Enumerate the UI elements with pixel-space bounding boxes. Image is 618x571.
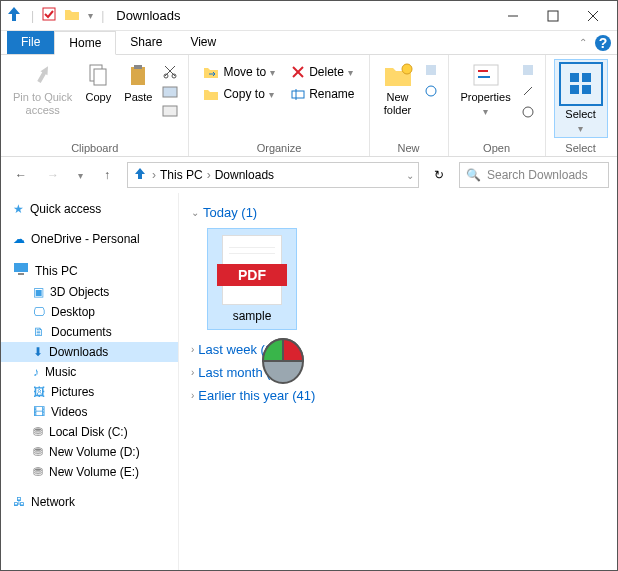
maximize-button[interactable] [533, 2, 573, 30]
downloads-bc-icon [132, 166, 148, 185]
svg-rect-7 [131, 67, 145, 85]
delete-button[interactable]: Delete▾ [287, 63, 358, 81]
sidebar-item-downloads[interactable]: ⬇Downloads [1, 342, 178, 362]
checkbox-icon[interactable] [42, 7, 56, 24]
file-sample[interactable]: PDF sample [207, 228, 297, 330]
sidebar-item-vold[interactable]: ⛃New Volume (D:) [1, 442, 178, 462]
up-button[interactable]: ↑ [95, 163, 119, 187]
sidebar-item-videos[interactable]: 🎞Videos [1, 402, 178, 422]
select-button[interactable]: Select ▾ [554, 59, 608, 138]
search-placeholder: Search Downloads [487, 168, 588, 182]
folder-qat-icon[interactable] [64, 7, 80, 24]
back-button[interactable]: ← [9, 163, 33, 187]
svg-rect-2 [548, 11, 558, 21]
search-box[interactable]: 🔍 Search Downloads [459, 162, 609, 188]
tab-view[interactable]: View [176, 31, 230, 54]
tab-file[interactable]: File [7, 31, 54, 54]
sidebar-item-desktop[interactable]: 🖵Desktop [1, 302, 178, 322]
new-folder-button[interactable]: New folder [378, 59, 418, 119]
breadcrumb[interactable]: › This PC › Downloads ⌄ [127, 162, 419, 188]
sidebar-item-3d[interactable]: ▣3D Objects [1, 282, 178, 302]
file-label: sample [214, 309, 290, 323]
moveto-button[interactable]: Move to▾ [199, 63, 279, 81]
sidebar-item-music[interactable]: ♪Music [1, 362, 178, 382]
group-lastmonth[interactable]: ›Last month (10) [191, 361, 605, 384]
tab-share[interactable]: Share [116, 31, 176, 54]
breadcrumb-dropdown-icon[interactable]: ⌄ [406, 170, 414, 181]
svg-rect-18 [426, 65, 436, 75]
close-button[interactable] [573, 2, 613, 30]
group-clipboard: Pin to Quick access Copy Paste Clipboard [1, 55, 189, 156]
refresh-button[interactable]: ↻ [427, 163, 451, 187]
search-icon: 🔍 [466, 168, 481, 182]
title-bar: | ▾ | Downloads [1, 1, 617, 31]
svg-rect-6 [94, 69, 106, 85]
help-icon[interactable]: ? [595, 35, 611, 51]
ribbon: Pin to Quick access Copy Paste Clipboard… [1, 55, 617, 157]
svg-point-17 [402, 64, 412, 74]
svg-rect-11 [163, 87, 177, 97]
svg-rect-28 [18, 273, 24, 275]
cut-icon[interactable] [162, 63, 178, 82]
copyto-button[interactable]: Copy to▾ [199, 85, 279, 103]
svg-rect-27 [14, 263, 28, 272]
network-icon: 🖧 [13, 495, 25, 509]
rename-button[interactable]: Rename [287, 85, 358, 103]
breadcrumb-downloads[interactable]: Downloads [215, 168, 274, 182]
sidebar-item-vole[interactable]: ⛃New Volume (E:) [1, 462, 178, 482]
easy-access-icon[interactable] [424, 84, 438, 101]
copy-button[interactable]: Copy [80, 59, 116, 106]
sidebar-item-onedrive[interactable]: ☁OneDrive - Personal [1, 229, 178, 249]
forward-button[interactable]: → [41, 163, 65, 187]
desktop-icon: 🖵 [33, 305, 45, 319]
drive-icon: ⛃ [33, 465, 43, 479]
group-today[interactable]: ⌄Today (1) [191, 201, 605, 224]
pin-to-quick-button[interactable]: Pin to Quick access [9, 59, 76, 119]
edit-icon[interactable] [521, 84, 535, 101]
group-new: New folder New [370, 55, 449, 156]
open-icon[interactable] [521, 63, 535, 80]
downloads-icon: ⬇ [33, 345, 43, 359]
svg-rect-26 [582, 85, 591, 94]
app-icon [5, 5, 23, 26]
qat-sep2: | [101, 9, 104, 23]
group-lastweek[interactable]: ›Last week (1) [191, 338, 605, 361]
recent-dropdown[interactable]: ▾ [73, 163, 87, 187]
svg-rect-8 [134, 65, 142, 69]
tab-home[interactable]: Home [54, 31, 116, 55]
minimize-button[interactable] [493, 2, 533, 30]
sidebar-item-localc[interactable]: ⛃Local Disk (C:) [1, 422, 178, 442]
svg-rect-12 [163, 106, 177, 116]
svg-rect-0 [43, 8, 55, 20]
svg-rect-25 [570, 85, 579, 94]
chevron-down-icon: ⌄ [191, 207, 199, 218]
mouse-right-click-overlay [255, 325, 311, 385]
sidebar-item-thispc[interactable]: This PC [1, 259, 178, 282]
history-icon[interactable] [521, 105, 535, 122]
collapse-ribbon-icon[interactable]: ⌃ [579, 37, 587, 48]
drive-icon: ⛃ [33, 425, 43, 439]
new-item-icon[interactable] [424, 63, 438, 80]
sidebar-item-quick[interactable]: ★Quick access [1, 199, 178, 219]
svg-rect-24 [582, 73, 591, 82]
properties-button[interactable]: Properties ▾ [457, 59, 515, 120]
music-icon: ♪ [33, 365, 39, 379]
breadcrumb-thispc[interactable]: This PC [160, 168, 203, 182]
group-earlier[interactable]: ›Earlier this year (41) [191, 384, 605, 407]
cube-icon: ▣ [33, 285, 44, 299]
qat-dropdown-icon[interactable]: ▾ [88, 10, 93, 21]
svg-point-22 [523, 107, 533, 117]
pictures-icon: 🖼 [33, 385, 45, 399]
videos-icon: 🎞 [33, 405, 45, 419]
copy-path-icon[interactable] [162, 86, 178, 101]
sidebar-item-network[interactable]: 🖧Network [1, 492, 178, 512]
star-icon: ★ [13, 202, 24, 216]
paste-button[interactable]: Paste [120, 59, 156, 106]
sidebar-item-documents[interactable]: 🗎Documents [1, 322, 178, 342]
qat-sep: | [31, 9, 34, 23]
drive-icon: ⛃ [33, 445, 43, 459]
sidebar-item-pictures[interactable]: 🖼Pictures [1, 382, 178, 402]
group-open: Properties ▾ Open [449, 55, 546, 156]
svg-rect-21 [523, 65, 533, 75]
paste-shortcut-icon[interactable] [162, 105, 178, 120]
